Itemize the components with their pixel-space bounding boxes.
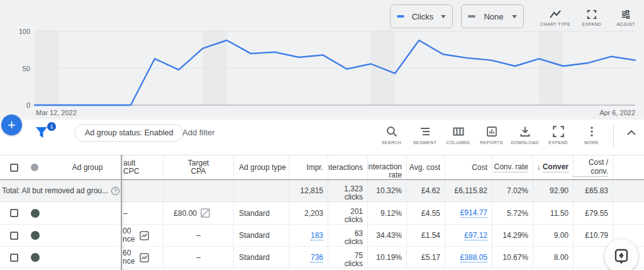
chart-type-button[interactable]: CHART TYPE (540, 7, 570, 26)
table-header-row: Ad group ault CPC Target CPA Ad group ty… (0, 155, 644, 180)
table-row: 00 nce – Standard 183 63 clicks 34.43% £… (0, 225, 644, 247)
download-label: DOWNLOAD (511, 140, 538, 145)
chevron-up-icon (626, 130, 636, 136)
col-header-cost[interactable]: Cost (445, 155, 492, 179)
conversions-header-text: Conver (543, 162, 569, 172)
total-filler-cell (613, 180, 644, 201)
interactions-cell: 63 clicks (328, 225, 368, 246)
more-vertical-icon (586, 125, 598, 138)
col-header-ad-group[interactable]: Ad group (53, 155, 121, 179)
chart-controls: Clicks None CHART TYPE EXPAND (390, 3, 639, 30)
reports-button[interactable]: REPORTS (475, 123, 508, 145)
row-checkbox[interactable] (10, 232, 18, 240)
columns-button[interactable]: COLUMNS (441, 123, 475, 145)
target-cpa-cell: – (164, 247, 234, 268)
frozen-columns-divider[interactable] (121, 155, 122, 270)
metric-primary-label: Clicks (412, 12, 434, 21)
status-enabled-icon[interactable] (31, 231, 40, 240)
add-button[interactable]: + (1, 115, 22, 135)
help-icon[interactable]: ? (111, 187, 119, 195)
download-icon (519, 125, 531, 138)
more-label: MORE (584, 140, 599, 145)
interaction-rate-cell: 10.19% (368, 247, 407, 268)
line-chart-icon (549, 9, 562, 20)
toolbar-divider (613, 125, 614, 147)
search-button[interactable]: SEARCH (375, 123, 408, 145)
interactions-cell: 75 clicks (328, 247, 368, 268)
ad-group-name-cell[interactable] (53, 225, 121, 246)
cost-link[interactable]: £388.05 (460, 253, 487, 262)
col-header-target-cpa[interactable]: Target CPA (164, 155, 234, 179)
header-filler-cell (613, 155, 644, 179)
cost-cell: £97.12 (445, 225, 492, 246)
select-all-checkbox[interactable] (10, 164, 18, 172)
row-checkbox[interactable] (10, 254, 18, 262)
total-avg-cost: £4.62 (407, 180, 445, 201)
total-cost: £6,115.82 (445, 180, 492, 201)
row-checkbox-cell (0, 247, 28, 268)
total-interactions-unit: clicks (345, 193, 363, 201)
col-header-ad-group-type[interactable]: Ad group type (234, 155, 289, 179)
ad-group-type-cell: Standard (234, 247, 289, 268)
expand-table-button[interactable]: EXPAND (541, 123, 575, 145)
conv-rate-cell: 5.72% (492, 202, 533, 224)
chart-adjust-label: ADJUST (616, 22, 635, 26)
table-row: – £80.00 Standard 2,203 201 clicks 9.12%… (0, 202, 644, 225)
metric-dropdown-primary[interactable]: Clicks (390, 4, 453, 28)
ad-group-name-cell[interactable] (53, 202, 121, 224)
default-max-cpc-cell[interactable]: 60 nce (121, 247, 164, 268)
target-cpa-value: £80.00 (174, 209, 197, 218)
bid-strategy-chart-icon[interactable] (139, 252, 150, 263)
cost-cell: £914.77 (445, 202, 492, 224)
metric-secondary-label: None (484, 12, 503, 21)
col-header-impr[interactable]: Impr. (289, 155, 328, 179)
default-max-cpc-cell[interactable]: – (121, 202, 164, 224)
download-button[interactable]: DOWNLOAD (508, 123, 541, 145)
col-header-conv-rate[interactable]: Conv. rate (492, 155, 533, 179)
impr-cell: 183 (289, 225, 328, 246)
total-interactions: 1,323 clicks (328, 180, 368, 201)
filter-chip-ad-group-status[interactable]: Ad group status: Enabled (74, 124, 184, 142)
col-header-interaction-rate[interactable]: Interaction rate (368, 155, 407, 179)
row-filler-cell (613, 202, 644, 224)
none-series-swatch (468, 15, 475, 18)
more-button[interactable]: MORE (575, 123, 608, 145)
filter-toolbar: 1 Ad group status: Enabled Add filter SE… (0, 120, 644, 155)
metric-dropdown-secondary[interactable]: None (461, 4, 524, 28)
collapse-table-button[interactable] (620, 123, 643, 138)
expand-icon (552, 125, 565, 138)
col-header-avg-cost[interactable]: Avg. cost (407, 155, 445, 179)
default-max-cpc-cell[interactable]: 00 nce (121, 225, 164, 246)
col-header-interactions[interactable]: Interactions (328, 155, 368, 179)
reports-label: REPORTS (480, 140, 503, 145)
status-enabled-icon[interactable] (31, 253, 40, 262)
cost-link[interactable]: £914.77 (460, 208, 487, 218)
interactions-unit: clicks (345, 216, 363, 224)
target-cpa-cell[interactable]: £80.00 (164, 202, 234, 224)
impr-link[interactable]: 183 (311, 231, 323, 240)
status-enabled-icon[interactable] (31, 209, 40, 218)
row-checkbox[interactable] (10, 209, 18, 217)
chart-expand-label: EXPAND (582, 22, 601, 26)
chevron-down-icon (441, 15, 446, 18)
ad-group-name-cell[interactable] (53, 247, 121, 268)
feedback-fab[interactable] (604, 239, 638, 270)
filter-funnel-button[interactable]: 1 (35, 125, 53, 143)
add-filter-button[interactable]: Add filter (182, 128, 214, 137)
col-header-conversions-sorted[interactable]: ↓ Conver (533, 155, 574, 179)
total-impr: 12,815 (289, 180, 328, 201)
chart-adjust-button[interactable]: ADJUST (613, 7, 639, 26)
total-cost-per-conv: £65.83 (574, 180, 613, 201)
col-header-cost-per-conv[interactable]: Cost / conv. (574, 155, 613, 179)
cost-link[interactable]: £97.12 (464, 231, 487, 240)
segment-label: SEGMENT (413, 140, 436, 145)
bid-strategy-chart-icon[interactable] (139, 230, 150, 241)
segment-button[interactable]: SEGMENT (408, 123, 441, 145)
conv-rate-header-text: Conv. rate (494, 162, 528, 172)
impr-link[interactable]: 736 (311, 253, 323, 262)
total-target-cpa-cell (164, 180, 234, 201)
cost-cell: £388.05 (445, 247, 492, 268)
col-header-default-max-cpc[interactable]: ault CPC (121, 155, 164, 179)
chart-expand-button[interactable]: EXPAND (579, 7, 605, 26)
avg-cost-cell: £5.17 (407, 247, 445, 268)
